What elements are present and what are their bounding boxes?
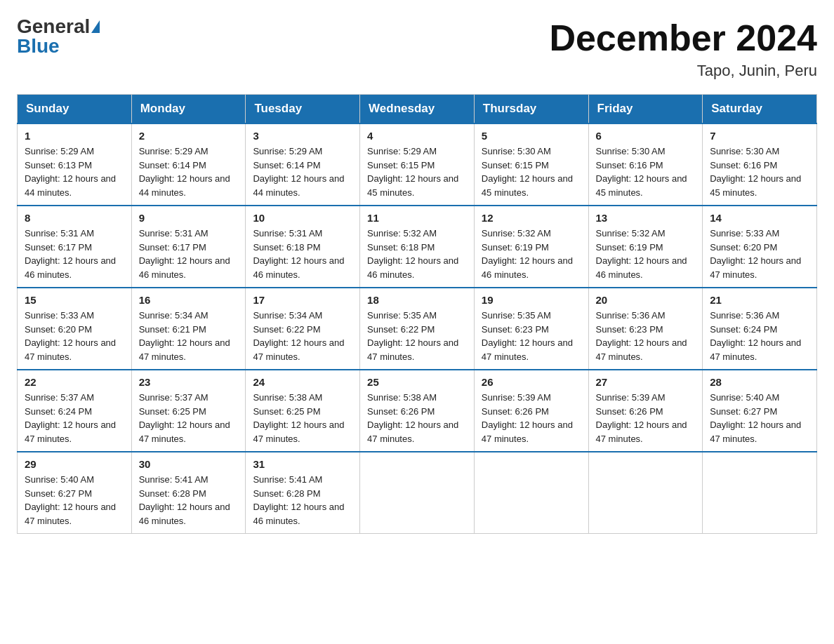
- month-title: December 2024: [549, 17, 817, 59]
- day-number: 15: [25, 294, 124, 306]
- calendar-cell: 29 Sunrise: 5:40 AMSunset: 6:27 PMDaylig…: [18, 452, 132, 534]
- day-info: Sunrise: 5:31 AMSunset: 6:18 PMDaylight:…: [253, 228, 344, 280]
- calendar-week-3: 15 Sunrise: 5:33 AMSunset: 6:20 PMDaylig…: [18, 288, 817, 370]
- calendar-header-row: SundayMondayTuesdayWednesdayThursdayFrid…: [18, 95, 817, 124]
- day-number: 4: [367, 130, 467, 142]
- logo-blue-text: Blue: [17, 36, 60, 56]
- day-number: 23: [139, 376, 239, 388]
- day-number: 12: [482, 212, 581, 224]
- calendar-cell: 24 Sunrise: 5:38 AMSunset: 6:25 PMDaylig…: [246, 370, 360, 452]
- day-info: Sunrise: 5:41 AMSunset: 6:28 PMDaylight:…: [253, 474, 344, 526]
- day-info: Sunrise: 5:35 AMSunset: 6:22 PMDaylight:…: [367, 310, 458, 362]
- day-info: Sunrise: 5:29 AMSunset: 6:13 PMDaylight:…: [25, 146, 116, 198]
- day-info: Sunrise: 5:32 AMSunset: 6:19 PMDaylight:…: [596, 228, 687, 280]
- day-info: Sunrise: 5:40 AMSunset: 6:27 PMDaylight:…: [25, 474, 116, 526]
- day-number: 6: [596, 130, 696, 142]
- day-info: Sunrise: 5:38 AMSunset: 6:26 PMDaylight:…: [367, 392, 458, 444]
- calendar-header-wednesday: Wednesday: [360, 95, 475, 124]
- day-number: 3: [253, 130, 352, 142]
- day-number: 21: [710, 294, 809, 306]
- title-block: December 2024 Tapo, Junin, Peru: [549, 17, 817, 80]
- calendar-cell: 17 Sunrise: 5:34 AMSunset: 6:22 PMDaylig…: [246, 288, 360, 370]
- day-number: 8: [25, 212, 124, 224]
- calendar-cell: [703, 452, 817, 534]
- calendar-cell: 15 Sunrise: 5:33 AMSunset: 6:20 PMDaylig…: [18, 288, 132, 370]
- calendar-header-tuesday: Tuesday: [246, 95, 360, 124]
- calendar-table: SundayMondayTuesdayWednesdayThursdayFrid…: [17, 94, 817, 534]
- page-header: General Blue December 2024 Tapo, Junin, …: [17, 17, 817, 80]
- calendar-cell: 3 Sunrise: 5:29 AMSunset: 6:14 PMDayligh…: [246, 123, 360, 206]
- day-info: Sunrise: 5:33 AMSunset: 6:20 PMDaylight:…: [25, 310, 116, 362]
- calendar-cell: 31 Sunrise: 5:41 AMSunset: 6:28 PMDaylig…: [246, 452, 360, 534]
- day-info: Sunrise: 5:30 AMSunset: 6:15 PMDaylight:…: [482, 146, 573, 198]
- day-number: 2: [139, 130, 239, 142]
- calendar-week-2: 8 Sunrise: 5:31 AMSunset: 6:17 PMDayligh…: [18, 206, 817, 288]
- day-info: Sunrise: 5:33 AMSunset: 6:20 PMDaylight:…: [710, 228, 801, 280]
- day-number: 26: [482, 376, 581, 388]
- day-number: 20: [596, 294, 696, 306]
- day-number: 14: [710, 212, 809, 224]
- calendar-cell: 19 Sunrise: 5:35 AMSunset: 6:23 PMDaylig…: [474, 288, 588, 370]
- logo-general-text: General: [17, 17, 90, 36]
- day-info: Sunrise: 5:31 AMSunset: 6:17 PMDaylight:…: [25, 228, 116, 280]
- calendar-cell: 4 Sunrise: 5:29 AMSunset: 6:15 PMDayligh…: [360, 123, 475, 206]
- day-number: 16: [139, 294, 239, 306]
- day-number: 29: [25, 458, 124, 470]
- calendar-cell: 11 Sunrise: 5:32 AMSunset: 6:18 PMDaylig…: [360, 206, 475, 288]
- calendar-header-saturday: Saturday: [703, 95, 817, 124]
- day-info: Sunrise: 5:36 AMSunset: 6:24 PMDaylight:…: [710, 310, 801, 362]
- day-info: Sunrise: 5:39 AMSunset: 6:26 PMDaylight:…: [482, 392, 573, 444]
- day-info: Sunrise: 5:30 AMSunset: 6:16 PMDaylight:…: [710, 146, 801, 198]
- day-number: 9: [139, 212, 239, 224]
- calendar-cell: 9 Sunrise: 5:31 AMSunset: 6:17 PMDayligh…: [131, 206, 246, 288]
- calendar-cell: 5 Sunrise: 5:30 AMSunset: 6:15 PMDayligh…: [474, 123, 588, 206]
- calendar-cell: 21 Sunrise: 5:36 AMSunset: 6:24 PMDaylig…: [703, 288, 817, 370]
- day-number: 11: [367, 212, 467, 224]
- day-info: Sunrise: 5:32 AMSunset: 6:19 PMDaylight:…: [482, 228, 573, 280]
- calendar-cell: [360, 452, 475, 534]
- day-number: 27: [596, 376, 696, 388]
- day-info: Sunrise: 5:40 AMSunset: 6:27 PMDaylight:…: [710, 392, 801, 444]
- day-info: Sunrise: 5:32 AMSunset: 6:18 PMDaylight:…: [367, 228, 458, 280]
- day-number: 19: [482, 294, 581, 306]
- calendar-cell: 14 Sunrise: 5:33 AMSunset: 6:20 PMDaylig…: [703, 206, 817, 288]
- day-info: Sunrise: 5:31 AMSunset: 6:17 PMDaylight:…: [139, 228, 230, 280]
- calendar-cell: 18 Sunrise: 5:35 AMSunset: 6:22 PMDaylig…: [360, 288, 475, 370]
- day-number: 25: [367, 376, 467, 388]
- day-info: Sunrise: 5:29 AMSunset: 6:14 PMDaylight:…: [253, 146, 344, 198]
- logo-triangle-icon: [91, 20, 100, 33]
- day-info: Sunrise: 5:37 AMSunset: 6:24 PMDaylight:…: [25, 392, 116, 444]
- day-number: 7: [710, 130, 809, 142]
- calendar-week-5: 29 Sunrise: 5:40 AMSunset: 6:27 PMDaylig…: [18, 452, 817, 534]
- calendar-week-4: 22 Sunrise: 5:37 AMSunset: 6:24 PMDaylig…: [18, 370, 817, 452]
- calendar-cell: 16 Sunrise: 5:34 AMSunset: 6:21 PMDaylig…: [131, 288, 246, 370]
- day-number: 31: [253, 458, 352, 470]
- location-title: Tapo, Junin, Peru: [549, 62, 817, 80]
- calendar-header-monday: Monday: [131, 95, 246, 124]
- day-number: 1: [25, 130, 124, 142]
- calendar-cell: 23 Sunrise: 5:37 AMSunset: 6:25 PMDaylig…: [131, 370, 246, 452]
- calendar-cell: 28 Sunrise: 5:40 AMSunset: 6:27 PMDaylig…: [703, 370, 817, 452]
- day-info: Sunrise: 5:34 AMSunset: 6:22 PMDaylight:…: [253, 310, 344, 362]
- day-info: Sunrise: 5:29 AMSunset: 6:15 PMDaylight:…: [367, 146, 458, 198]
- calendar-body: 1 Sunrise: 5:29 AMSunset: 6:13 PMDayligh…: [18, 123, 817, 534]
- calendar-cell: 25 Sunrise: 5:38 AMSunset: 6:26 PMDaylig…: [360, 370, 475, 452]
- calendar-cell: 20 Sunrise: 5:36 AMSunset: 6:23 PMDaylig…: [588, 288, 703, 370]
- calendar-cell: 8 Sunrise: 5:31 AMSunset: 6:17 PMDayligh…: [18, 206, 132, 288]
- calendar-cell: [588, 452, 703, 534]
- calendar-cell: 7 Sunrise: 5:30 AMSunset: 6:16 PMDayligh…: [703, 123, 817, 206]
- day-info: Sunrise: 5:38 AMSunset: 6:25 PMDaylight:…: [253, 392, 344, 444]
- calendar-cell: 26 Sunrise: 5:39 AMSunset: 6:26 PMDaylig…: [474, 370, 588, 452]
- day-info: Sunrise: 5:30 AMSunset: 6:16 PMDaylight:…: [596, 146, 687, 198]
- day-info: Sunrise: 5:34 AMSunset: 6:21 PMDaylight:…: [139, 310, 230, 362]
- day-number: 30: [139, 458, 239, 470]
- calendar-cell: 10 Sunrise: 5:31 AMSunset: 6:18 PMDaylig…: [246, 206, 360, 288]
- calendar-cell: 2 Sunrise: 5:29 AMSunset: 6:14 PMDayligh…: [131, 123, 246, 206]
- logo: General Blue: [17, 17, 100, 56]
- calendar-header-thursday: Thursday: [474, 95, 588, 124]
- calendar-cell: 12 Sunrise: 5:32 AMSunset: 6:19 PMDaylig…: [474, 206, 588, 288]
- calendar-cell: 6 Sunrise: 5:30 AMSunset: 6:16 PMDayligh…: [588, 123, 703, 206]
- calendar-cell: 1 Sunrise: 5:29 AMSunset: 6:13 PMDayligh…: [18, 123, 132, 206]
- day-number: 22: [25, 376, 124, 388]
- calendar-header-sunday: Sunday: [18, 95, 132, 124]
